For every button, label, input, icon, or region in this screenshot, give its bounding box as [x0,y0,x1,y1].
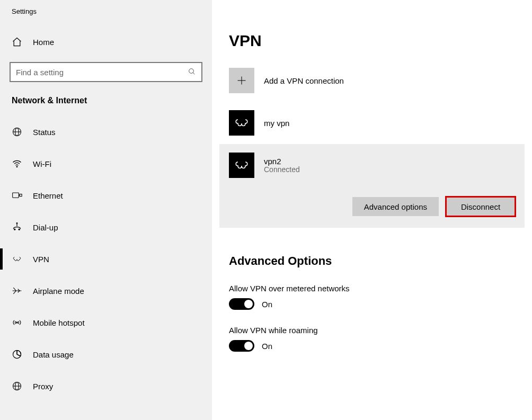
advanced-options-button[interactable]: Advanced options [352,197,439,216]
sidebar-item-label: Mobile hotspot [33,318,85,327]
sidebar-item-label: Ethernet [33,191,63,200]
vpn-connection-name: vpn2 [264,157,300,166]
option-label: Allow VPN over metered networks [229,284,525,293]
vpn-icon [12,254,24,264]
sidebar-item-label: Dial-up [33,223,58,232]
svg-line-16 [17,354,21,356]
sidebar-section-header: Network & Internet [0,96,212,116]
search-wrap [10,62,202,82]
airplane-icon [12,285,24,296]
svg-point-10 [19,229,20,230]
sidebar-item-label: Wi-Fi [33,159,51,168]
hotspot-icon [12,317,24,328]
vpn-connection-icon [229,153,254,178]
svg-point-9 [14,229,15,230]
svg-point-13 [16,322,17,323]
sidebar-item-airplane-mode[interactable]: Airplane mode [0,275,212,307]
toggle-metered[interactable] [229,298,254,310]
vpn-connection-item[interactable]: my vpn [229,108,525,138]
sidebar-item-ethernet[interactable]: Ethernet [0,180,212,211]
sidebar-item-proxy[interactable]: Proxy [0,370,212,402]
toggle-state-label: On [262,342,272,351]
advanced-options-section: Advanced Options Allow VPN over metered … [229,254,525,352]
vpn-connection-item-selected[interactable]: vpn2 Connected Advanced options Disconne… [219,144,525,228]
sidebar-item-data-usage[interactable]: Data usage [0,338,212,370]
sidebar-item-label: VPN [33,255,49,264]
option-label: Allow VPN while roaming [229,326,525,335]
svg-rect-6 [13,193,19,198]
add-vpn-connection[interactable]: Add a VPN connection [229,68,525,93]
sidebar-item-mobile-hotspot[interactable]: Mobile hotspot [0,307,212,338]
option-roaming: Allow VPN while roaming On [229,326,525,352]
sidebar-item-dialup[interactable]: Dial-up [0,211,212,243]
search-input[interactable] [16,68,169,77]
search-icon [188,67,196,77]
wifi-icon [12,158,24,169]
sidebar-home-label: Home [33,38,54,47]
sidebar-item-label: Data usage [33,350,74,359]
proxy-icon [12,381,24,391]
dialup-icon [12,222,24,233]
sidebar-item-label: Status [33,128,56,137]
ethernet-icon [12,190,24,201]
add-vpn-label: Add a VPN connection [264,76,344,85]
sidebar-item-status[interactable]: Status [0,116,212,148]
page-heading: VPN [229,32,525,50]
sidebar-item-label: Proxy [33,382,53,391]
toggle-roaming[interactable] [229,340,254,352]
disconnect-button[interactable]: Disconnect [446,197,515,216]
advanced-options-heading: Advanced Options [229,254,525,268]
window-title: Settings [0,7,212,30]
main-content: VPN Add a VPN connection my vpn [212,0,532,420]
data-usage-icon [12,349,24,360]
vpn-connection-icon [229,110,254,136]
sidebar-item-label: Airplane mode [33,287,84,296]
svg-rect-7 [20,194,22,196]
vpn-connection-status: Connected [264,165,300,174]
svg-point-12 [16,223,17,224]
toggle-state-label: On [262,300,272,309]
home-icon [12,37,24,47]
option-metered: Allow VPN over metered networks On [229,284,525,310]
search-box[interactable] [10,62,202,82]
globe-icon [12,127,24,137]
svg-point-5 [16,166,17,167]
sidebar: Settings Home Network & Internet Status [0,0,212,420]
svg-line-1 [193,73,194,74]
plus-icon [229,68,254,93]
sidebar-item-wifi[interactable]: Wi-Fi [0,148,212,180]
sidebar-home[interactable]: Home [0,30,212,53]
vpn-connection-name: my vpn [264,119,289,128]
sidebar-item-vpn[interactable]: VPN [0,243,212,275]
